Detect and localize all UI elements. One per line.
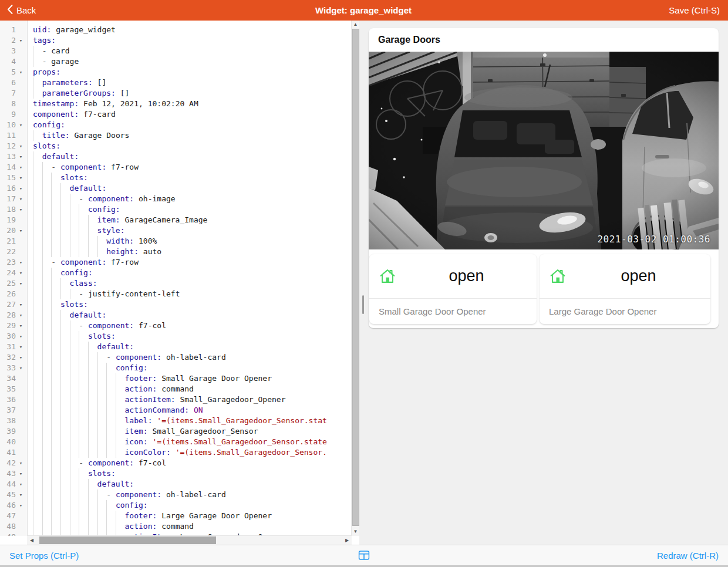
code-line[interactable]: 12▾slots:	[0, 141, 352, 151]
code-line[interactable]: 4- garage	[0, 56, 352, 67]
code-line[interactable]: 22height: auto	[0, 247, 352, 257]
label-card-main[interactable]: open	[369, 254, 537, 298]
code-line[interactable]: 19item: GarageCamera_Image	[0, 215, 352, 225]
code-line[interactable]: 30▾slots:	[0, 331, 352, 342]
code-line[interactable]: 34footer: Small Garage Door Opener	[0, 373, 352, 384]
fold-arrow-icon[interactable]: ▾	[16, 225, 26, 236]
fold-arrow-icon[interactable]: ▾	[16, 173, 26, 183]
fold-arrow-icon[interactable]: ▾	[16, 490, 26, 500]
code-line[interactable]: 20▾style:	[0, 225, 352, 236]
code-line[interactable]: 36actionItem: Small_Garagedoor_Opener	[0, 394, 352, 405]
code-line[interactable]: 37actionCommand: ON	[0, 405, 352, 416]
scroll-down-arrow-icon[interactable]: ▼	[352, 528, 359, 535]
fold-arrow-icon[interactable]: ▾	[16, 183, 26, 194]
fold-arrow-icon[interactable]: ▾	[16, 151, 26, 162]
code-line[interactable]: 5▾props:	[0, 67, 352, 77]
line-number: 31	[0, 342, 16, 352]
scroll-up-arrow-icon[interactable]: ▲	[352, 21, 359, 28]
gutter-cell: 15▾	[0, 173, 27, 183]
code-line[interactable]: 33▾config:	[0, 363, 352, 373]
yaml-code-editor[interactable]: 1uid: garage_widget2▾tags:3- card4- gara…	[0, 21, 359, 545]
fold-arrow-icon[interactable]: ▾	[16, 162, 26, 173]
code-line[interactable]: 21width: 100%	[0, 236, 352, 247]
editor-vertical-scrollbar[interactable]: ▲ ▼	[351, 21, 359, 536]
fold-arrow-icon[interactable]: ▾	[16, 141, 26, 151]
code-line[interactable]: 35action: command	[0, 384, 352, 394]
code-line[interactable]: 14▾- component: f7-row	[0, 162, 352, 173]
line-number: 5	[0, 67, 16, 77]
fold-arrow-icon[interactable]: ▾	[16, 500, 26, 511]
code-line[interactable]: 3- card	[0, 46, 352, 56]
editor-horizontal-scrollbar[interactable]: ◀ ▶	[27, 535, 352, 545]
fold-arrow-icon[interactable]: ▾	[16, 310, 26, 320]
fold-spacer	[16, 56, 26, 67]
redraw-button[interactable]: Redraw (Ctrl-R)	[657, 551, 719, 561]
code-line[interactable]: 17▾- component: oh-image	[0, 194, 352, 204]
fold-arrow-icon[interactable]: ▾	[16, 299, 26, 310]
fold-arrow-icon[interactable]: ▾	[16, 320, 26, 331]
code-line[interactable]: 16▾default:	[0, 183, 352, 194]
code-line[interactable]: 38label: '=(items.Small_Garagedoor_Senso…	[0, 416, 352, 426]
fold-arrow-icon[interactable]: ▾	[16, 363, 26, 373]
code-line[interactable]: 10▾config:	[0, 120, 352, 130]
code-line[interactable]: 25▾class:	[0, 278, 352, 289]
label-card-main[interactable]: open	[540, 254, 710, 298]
code-line[interactable]: 6parameters: []	[0, 77, 352, 88]
code-line[interactable]: 1uid: garage_widget	[0, 25, 352, 35]
fold-arrow-icon[interactable]: ▾	[16, 278, 26, 289]
code-line[interactable]: 48action: command	[0, 521, 352, 532]
back-button[interactable]: Back	[7, 5, 136, 16]
code-line[interactable]: 18▾config:	[0, 204, 352, 215]
code-line[interactable]: 31▾default:	[0, 342, 352, 352]
code-line[interactable]: 40icon: '=(items.Small_Garagedoor_Sensor…	[0, 437, 352, 447]
set-props-button[interactable]: Set Props (Ctrl-P)	[9, 551, 79, 561]
code-line[interactable]: 27▾slots:	[0, 299, 352, 310]
code-line[interactable]: 23▾- component: f7-row	[0, 257, 352, 268]
oh-label-card[interactable]: openSmall Garage Door Opener	[369, 254, 537, 324]
horizontal-scroll-thumb[interactable]	[39, 536, 216, 544]
code-line[interactable]: 45▾- component: oh-label-card	[0, 490, 352, 500]
preview-scrollbar-thumb[interactable]	[362, 295, 364, 314]
fold-arrow-icon[interactable]: ▾	[16, 120, 26, 130]
code-line[interactable]: 26- justify-content-left	[0, 289, 352, 299]
code-line[interactable]: 9component: f7-card	[0, 109, 352, 120]
fold-arrow-icon[interactable]: ▾	[16, 468, 26, 479]
code-line[interactable]: 44▾default:	[0, 479, 352, 490]
fold-arrow-icon[interactable]: ▾	[16, 331, 26, 342]
code-line[interactable]: 39item: Small_Garagedoor_Sensor	[0, 426, 352, 437]
code-line[interactable]: 32▾- component: oh-label-card	[0, 352, 352, 363]
code-line[interactable]: 11title: Garage Doors	[0, 130, 352, 141]
fold-arrow-icon[interactable]: ▾	[16, 268, 26, 278]
line-number: 33	[0, 363, 16, 373]
code-line[interactable]: 42▾- component: f7-col	[0, 458, 352, 468]
code-line[interactable]: 8timestamp: Feb 12, 2021, 10:02:20 AM	[0, 99, 352, 109]
code-line[interactable]: 47footer: Large Garage Door Opener	[0, 511, 352, 521]
code-line[interactable]: 24▾config:	[0, 268, 352, 278]
fold-arrow-icon[interactable]: ▾	[16, 479, 26, 490]
fold-arrow-icon[interactable]: ▾	[16, 204, 26, 215]
scroll-right-arrow-icon[interactable]: ▶	[343, 536, 350, 545]
code-line[interactable]: 46▾config:	[0, 500, 352, 511]
fold-arrow-icon[interactable]: ▾	[16, 67, 26, 77]
save-button[interactable]: Save (Ctrl-S)	[591, 5, 720, 15]
code-line[interactable]: 41iconColor: '=(items.Small_Garagedoor_S…	[0, 447, 352, 458]
oh-label-card[interactable]: openLarge Garage Door Opener	[540, 254, 710, 324]
code-line[interactable]: 2▾tags:	[0, 35, 352, 46]
scroll-left-arrow-icon[interactable]: ◀	[28, 536, 35, 545]
vertical-scroll-thumb[interactable]	[352, 29, 359, 526]
code-line[interactable]: 28▾default:	[0, 310, 352, 320]
fold-arrow-icon[interactable]: ▾	[16, 342, 26, 352]
fold-arrow-icon[interactable]: ▾	[16, 257, 26, 268]
fold-arrow-icon[interactable]: ▾	[16, 352, 26, 363]
fold-arrow-icon[interactable]: ▾	[16, 458, 26, 468]
code-line[interactable]: 7parameterGroups: []	[0, 88, 352, 99]
split-view-icon[interactable]	[359, 551, 370, 561]
gutter-cell: 19	[0, 215, 27, 225]
fold-arrow-icon[interactable]: ▾	[16, 194, 26, 204]
code-line[interactable]: 13▾default:	[0, 151, 352, 162]
code-line[interactable]: 43▾slots:	[0, 468, 352, 479]
fold-arrow-icon[interactable]: ▾	[16, 35, 26, 46]
code-line[interactable]: 29▾- component: f7-col	[0, 320, 352, 331]
code-line[interactable]: 15▾slots:	[0, 173, 352, 183]
code-area[interactable]: 1uid: garage_widget2▾tags:3- card4- gara…	[0, 21, 352, 536]
